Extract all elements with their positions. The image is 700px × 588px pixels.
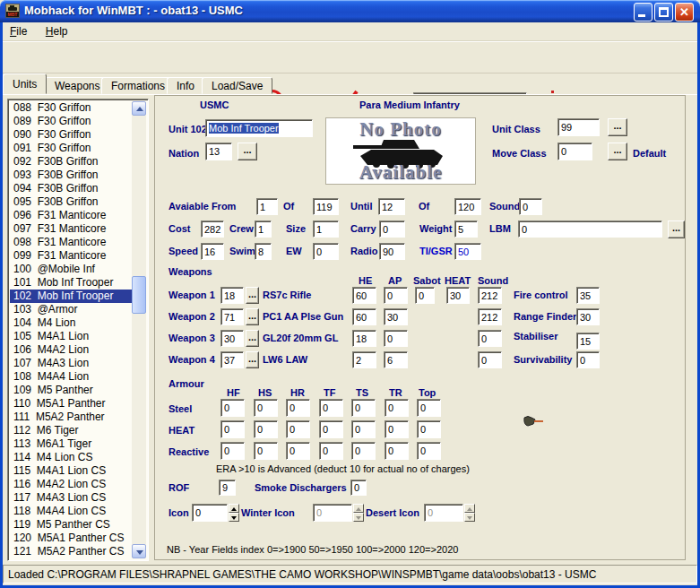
unit-list-item[interactable]: 100 @Mobile Inf — [10, 263, 132, 276]
unit-list-item[interactable]: 121 M5A2 Panther CS — [10, 545, 132, 558]
unit-list-item[interactable]: 097 F31 Manticore — [10, 222, 132, 236]
reactive-tr-input[interactable] — [385, 442, 409, 460]
steel-hr-input[interactable] — [286, 399, 310, 417]
tigsr-input[interactable] — [454, 243, 481, 260]
steel-ts-input[interactable] — [351, 399, 376, 417]
of2-input[interactable] — [454, 198, 481, 215]
unit-class-input[interactable] — [557, 118, 600, 136]
unit-list-item[interactable]: 104 M4 Lion — [10, 316, 132, 330]
scroll-thumb[interactable] — [132, 276, 146, 314]
weapon2-sound-input[interactable] — [478, 308, 502, 325]
unit-list-item[interactable]: 116 M4A2 Lion CS — [10, 478, 132, 491]
weight-input[interactable] — [454, 220, 478, 238]
minimize-button[interactable] — [634, 3, 652, 22]
unit-list-item[interactable]: 103 @Armor — [10, 303, 132, 316]
survivability-input[interactable] — [576, 351, 600, 368]
unit-list-item[interactable]: 094 F30B Griffon — [10, 182, 132, 195]
unit-list-item[interactable]: 114 M4 Lion CS — [10, 451, 132, 464]
close-button[interactable]: ✕ — [675, 3, 694, 22]
weapon2-ap-input[interactable] — [384, 308, 408, 325]
heat-hs-input[interactable] — [254, 420, 278, 438]
weapon4-he-input[interactable] — [352, 351, 376, 368]
sound-input[interactable] — [519, 198, 542, 215]
tab-units[interactable]: Units — [3, 74, 47, 94]
reactive-top-input[interactable] — [417, 442, 441, 460]
reactive-hs-input[interactable] — [254, 442, 278, 460]
unit-list-item[interactable]: 107 M4A3 Lion — [10, 357, 132, 370]
unit-list-item[interactable]: 108 M4A4 Lion — [10, 370, 132, 384]
unit-list-item[interactable]: 111 M5A2 Panther — [10, 411, 132, 424]
unit-list-item[interactable]: 095 F30B Griffon — [10, 195, 132, 209]
speed-input[interactable] — [201, 243, 224, 260]
weapon1-ap-input[interactable] — [384, 287, 408, 304]
weapon3-id-input[interactable] — [220, 330, 244, 347]
weapon1-he-input[interactable] — [352, 287, 376, 304]
heat-tf-input[interactable] — [319, 420, 343, 438]
heat-hr-input[interactable] — [286, 420, 310, 438]
steel-hs-input[interactable] — [254, 399, 278, 417]
scroll-up-button[interactable] — [132, 101, 146, 116]
ew-input[interactable] — [313, 243, 339, 260]
weapon3-sound-input[interactable] — [478, 330, 502, 347]
tab-info[interactable]: Info — [167, 77, 204, 94]
weapon3-browse-button[interactable]: ... — [246, 330, 259, 347]
smoke-dischargers-input[interactable] — [350, 480, 367, 496]
unit-list-item[interactable]: 109 M5 Panther — [10, 384, 132, 397]
steel-tf-input[interactable] — [319, 399, 343, 417]
reactive-hf-input[interactable] — [220, 442, 245, 460]
weapon2-browse-button[interactable]: ... — [246, 308, 259, 325]
weapon1-browse-button[interactable]: ... — [246, 287, 259, 304]
steel-top-input[interactable] — [417, 399, 441, 417]
cost-input[interactable] — [201, 220, 224, 238]
weapon4-ap-input[interactable] — [384, 351, 408, 368]
unit-class-browse-button[interactable]: ... — [608, 118, 627, 136]
weapon4-id-input[interactable] — [220, 351, 244, 368]
reactive-ts-input[interactable] — [351, 442, 376, 460]
unit-list-item[interactable]: 105 M4A1 Lion — [10, 330, 132, 343]
weapon3-he-input[interactable] — [352, 330, 376, 347]
unit-list-item[interactable]: 101 Mob Inf Trooper — [10, 276, 132, 290]
unit-list-item[interactable]: 113 M6A1 Tiger — [10, 437, 132, 451]
weapon2-he-input[interactable] — [352, 308, 376, 325]
unit-list-item[interactable]: 117 M4A3 Lion CS — [10, 491, 132, 505]
unit-list-item[interactable]: 098 F31 Manticore — [10, 236, 132, 249]
icon-spinner-up-button[interactable] — [229, 504, 239, 513]
icon-input[interactable] — [192, 504, 228, 522]
stabiliser-input[interactable] — [576, 333, 600, 350]
unit-list-item[interactable]: 106 M4A2 Lion — [10, 343, 132, 357]
radio-input[interactable] — [379, 243, 405, 260]
heat-tr-input[interactable] — [385, 420, 409, 438]
weapon1-id-input[interactable] — [220, 287, 244, 304]
unit-list-item[interactable]: 089 F30 Griffon — [10, 115, 132, 128]
carry-input[interactable] — [379, 220, 405, 238]
move-class-input[interactable] — [557, 143, 592, 160]
unit-list-item[interactable]: 115 M4A1 Lion CS — [10, 464, 132, 478]
weapon1-sabot-input[interactable] — [415, 287, 435, 304]
fire-control-input[interactable] — [576, 287, 600, 304]
weapon1-sound-input[interactable] — [478, 287, 502, 304]
unit-list-item[interactable]: 093 F30B Griffon — [10, 169, 132, 182]
reactive-hr-input[interactable] — [286, 442, 310, 460]
unit-list-scrollbar[interactable] — [132, 101, 146, 558]
tab-weapons[interactable]: Weapons — [45, 77, 109, 94]
weapon3-ap-input[interactable] — [384, 330, 408, 347]
titlebar[interactable]: MBT Mobhack for WinMBT : - obat13 - USMC… — [0, 0, 700, 22]
unit-list-item[interactable]: 102 Mob Inf Trooper — [10, 290, 132, 303]
move-class-browse-button[interactable]: ... — [608, 143, 627, 160]
unit-list-item[interactable]: 110 M5A1 Panther — [10, 397, 132, 411]
scroll-down-button[interactable] — [132, 544, 146, 558]
unit-name-field[interactable]: Mob Inf Trooper — [205, 119, 313, 137]
weapon1-heat-input[interactable] — [446, 287, 470, 304]
menu-help[interactable]: Help — [39, 22, 75, 38]
heat-top-input[interactable] — [417, 420, 441, 438]
range-finder-input[interactable] — [576, 308, 600, 325]
nation-browse-button[interactable]: ... — [238, 143, 257, 160]
of1-input[interactable] — [313, 198, 339, 215]
unit-list-item[interactable]: 092 F30B Griffon — [10, 155, 132, 169]
unit-list-item[interactable]: 091 F30 Griffon — [10, 142, 132, 155]
unit-list-item[interactable]: 120 M5A1 Panther CS — [10, 532, 132, 545]
unit-list-item[interactable]: 090 F30 Griffon — [10, 128, 132, 142]
available-from-input[interactable] — [256, 198, 278, 215]
unit-list-item[interactable]: 088 F30 Griffon — [10, 101, 132, 115]
weapon4-browse-button[interactable]: ... — [246, 351, 259, 368]
